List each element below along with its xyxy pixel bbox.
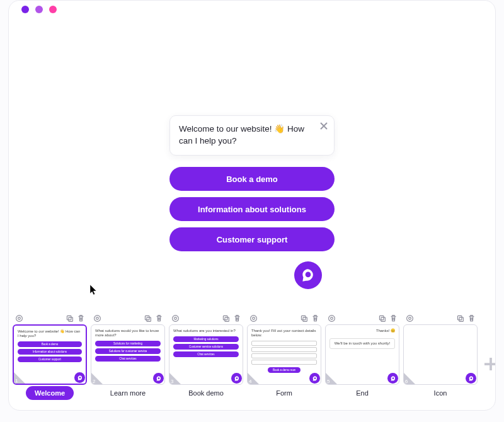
chat-widget-toggle[interactable] (294, 261, 322, 289)
copy-icon[interactable] (299, 314, 308, 322)
slide-thumbnail[interactable]: What solutions would you like to know mo… (91, 324, 165, 385)
svg-point-11 (158, 377, 159, 379)
slide-toolbar (91, 313, 165, 323)
close-icon[interactable] (319, 121, 329, 131)
target-icon[interactable] (171, 314, 180, 322)
slide-thumbnail[interactable]: 6 (403, 324, 478, 385)
slide-column: What solutions would you like to know mo… (91, 313, 165, 400)
slide-label[interactable]: Book demo (188, 386, 224, 400)
slide-column: What solutions are you interested in?Mar… (169, 313, 243, 400)
chat-bubble-icon (387, 373, 398, 384)
trash-icon[interactable] (76, 314, 85, 322)
chat-options: Book a demo Information about solutions … (169, 167, 335, 251)
svg-rect-20 (302, 317, 307, 321)
svg-point-13 (174, 317, 176, 319)
svg-rect-15 (224, 317, 229, 321)
chat-option-button[interactable]: Customer support (169, 227, 335, 251)
svg-point-16 (236, 377, 238, 379)
slides-tray: Welcome to our website! 👋 How can I help… (13, 313, 491, 405)
svg-point-2 (16, 315, 22, 321)
svg-point-12 (172, 315, 178, 321)
copy-icon[interactable] (65, 314, 74, 322)
svg-rect-25 (381, 317, 385, 321)
slide-toolbar (325, 313, 399, 323)
trash-icon[interactable] (232, 314, 241, 322)
chat-bubble-icon (231, 373, 242, 384)
window-dot (35, 6, 43, 13)
window-titlebar (9, 1, 495, 18)
svg-rect-19 (301, 316, 306, 320)
trash-icon[interactable] (154, 314, 163, 322)
slide-label[interactable]: Icon (434, 386, 447, 400)
chat-option-button[interactable]: Information about solutions (169, 197, 335, 221)
svg-point-23 (330, 317, 333, 319)
svg-point-21 (314, 377, 316, 379)
chat-option-button[interactable]: Book a demo (169, 167, 335, 191)
target-icon[interactable] (249, 314, 258, 322)
slide-column: 6Icon (403, 313, 478, 400)
slide-label[interactable]: Form (276, 386, 292, 400)
svg-point-26 (392, 377, 394, 379)
chat-bubble-icon (300, 267, 316, 283)
slide-thumbnail[interactable]: What solutions are you interested in?Mar… (169, 324, 243, 385)
window-dot (49, 6, 57, 13)
slide-label[interactable]: Welcome (26, 386, 74, 400)
copy-icon[interactable] (377, 314, 386, 322)
slide-toolbar (247, 313, 321, 323)
editor-window: Welcome to our website! 👋 How can I help… (8, 0, 496, 411)
slide-column: Thanks! 😊We'll be in touch with you shor… (325, 313, 399, 400)
svg-point-27 (406, 315, 413, 321)
svg-rect-30 (459, 317, 463, 321)
copy-icon[interactable] (455, 314, 464, 322)
slide-thumbnail[interactable]: Thank you! Fill out your contact details… (247, 324, 321, 385)
svg-rect-4 (67, 316, 71, 320)
slide-toolbar (13, 313, 87, 323)
slide-label[interactable]: End (356, 386, 369, 400)
svg-point-3 (18, 317, 20, 319)
svg-point-1 (306, 272, 311, 278)
slide-thumbnail[interactable]: Welcome to our website! 👋 How can I help… (13, 324, 87, 385)
chat-message: Welcome to our website! 👋 How can I help… (179, 124, 304, 145)
chat-bubble-icon (466, 373, 476, 384)
slide-column: Welcome to our website! 👋 How can I help… (13, 313, 87, 400)
trash-icon[interactable] (467, 314, 476, 322)
svg-rect-9 (145, 316, 149, 320)
svg-point-22 (328, 315, 335, 321)
slide-thumbnail[interactable]: Thanks! 😊We'll be in touch with you shor… (325, 324, 399, 385)
chat-bubble-icon (74, 372, 85, 383)
svg-point-18 (252, 317, 255, 319)
slide-toolbar (403, 313, 478, 323)
target-icon[interactable] (327, 314, 336, 322)
svg-point-31 (470, 377, 472, 379)
svg-rect-10 (146, 317, 151, 321)
svg-rect-29 (457, 316, 462, 320)
target-icon[interactable] (93, 314, 101, 322)
slide-column: Thank you! Fill out your contact details… (247, 313, 321, 400)
svg-rect-24 (379, 316, 384, 320)
target-icon[interactable] (14, 314, 23, 322)
svg-point-6 (79, 377, 81, 379)
chat-bubble-icon (153, 373, 164, 384)
svg-rect-5 (68, 317, 72, 321)
chat-bubble-icon (309, 373, 320, 384)
preview-stage: Welcome to our website! 👋 How can I help… (13, 18, 491, 298)
svg-point-8 (96, 317, 98, 319)
copy-icon[interactable] (143, 314, 152, 322)
window-dot (21, 6, 29, 13)
trash-icon[interactable] (311, 314, 319, 322)
add-slide-button[interactable] (481, 323, 496, 405)
chat-bubble: Welcome to our website! 👋 How can I help… (169, 115, 335, 156)
svg-point-17 (250, 315, 256, 321)
svg-rect-14 (223, 316, 227, 320)
cursor-icon (89, 284, 98, 298)
slide-label[interactable]: Learn more (110, 386, 146, 400)
slide-toolbar (169, 313, 243, 323)
trash-icon[interactable] (389, 314, 398, 322)
svg-point-7 (94, 315, 100, 321)
copy-icon[interactable] (221, 314, 230, 322)
svg-point-28 (408, 317, 411, 319)
target-icon[interactable] (405, 314, 414, 322)
